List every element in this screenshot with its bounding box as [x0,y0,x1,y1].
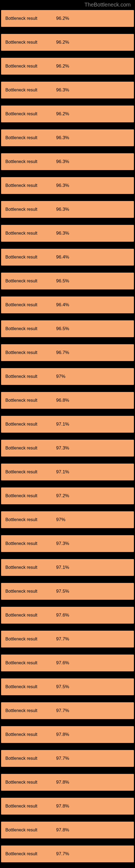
result-value: 97.2% [54,493,69,499]
result-row[interactable]: Bottleneck result96.3% [1,201,134,218]
result-value: 97.7% [54,756,69,761]
result-label: Bottleneck result [5,446,54,451]
result-label: Bottleneck result [5,279,54,283]
result-value: 96.3% [54,183,69,188]
result-row[interactable]: Bottleneck result96.2% [1,105,134,122]
result-row[interactable]: Bottleneck result96.2% [1,58,134,74]
result-label: Bottleneck result [5,350,54,355]
result-label: Bottleneck result [5,517,54,522]
result-label: Bottleneck result [5,88,54,93]
result-label: Bottleneck result [5,374,54,379]
result-row[interactable]: Bottleneck result97.8% [1,798,134,814]
result-label: Bottleneck result [5,637,54,642]
result-label: Bottleneck result [5,469,54,474]
result-row[interactable]: Bottleneck result97.6% [1,654,134,671]
result-label: Bottleneck result [5,255,54,259]
result-row[interactable]: Bottleneck result97.3% [1,535,134,552]
result-row[interactable]: Bottleneck result97.8% [1,726,134,743]
result-row[interactable]: Bottleneck result96.2% [1,34,134,51]
result-label: Bottleneck result [5,422,54,427]
result-label: Bottleneck result [5,326,54,331]
result-value: 97.3% [54,541,69,546]
result-value: 96.2% [54,40,69,45]
result-label: Bottleneck result [5,40,54,45]
result-label: Bottleneck result [5,613,54,618]
result-row[interactable]: Bottleneck result97.6% [1,607,134,624]
result-label: Bottleneck result [5,589,54,594]
result-value: 97.7% [54,708,69,713]
result-value: 97.7% [54,637,69,642]
result-row[interactable]: Bottleneck result97.7% [1,750,134,767]
result-value: 97.8% [54,827,69,833]
result-label: Bottleneck result [5,159,54,164]
result-label: Bottleneck result [5,112,54,116]
result-value: 96.3% [54,159,69,164]
result-label: Bottleneck result [5,708,54,713]
result-row[interactable]: Bottleneck result96.5% [1,320,134,337]
result-value: 96.2% [54,16,69,21]
result-value: 97.5% [54,684,69,689]
result-value: 97.6% [54,613,69,618]
result-value: 97% [54,517,65,522]
result-value: 97.7% [54,851,69,857]
result-row[interactable]: Bottleneck result96.7% [1,344,134,361]
result-row[interactable]: Bottleneck result97% [1,368,134,385]
result-row[interactable]: Bottleneck result96.3% [1,153,134,170]
result-label: Bottleneck result [5,851,54,856]
result-label: Bottleneck result [5,64,54,69]
result-label: Bottleneck result [5,231,54,236]
result-value: 96.7% [54,350,69,355]
result-value: 96.4% [54,302,69,308]
result-row[interactable]: Bottleneck result96.3% [1,177,134,194]
result-row[interactable]: Bottleneck result96.2% [1,10,134,27]
result-value: 97.1% [54,469,69,475]
result-label: Bottleneck result [5,16,54,21]
result-value: 97.8% [54,732,69,737]
site-name: TheBottleneck.com [85,2,131,8]
result-row[interactable]: Bottleneck result97.5% [1,583,134,600]
result-row[interactable]: Bottleneck result97.1% [1,464,134,480]
result-label: Bottleneck result [5,732,54,737]
result-label: Bottleneck result [5,303,54,307]
result-value: 97.1% [54,422,69,427]
result-value: 96.5% [54,326,69,332]
result-row[interactable]: Bottleneck result97.7% [1,845,134,862]
result-row[interactable]: Bottleneck result96.4% [1,249,134,266]
result-value: 97.6% [54,660,69,665]
result-label: Bottleneck result [5,398,54,403]
result-row[interactable]: Bottleneck result97.2% [1,488,134,504]
result-row[interactable]: Bottleneck result97.1% [1,416,134,433]
result-row[interactable]: Bottleneck result97.8% [1,822,134,838]
result-row[interactable]: Bottleneck result97% [1,511,134,528]
result-label: Bottleneck result [5,780,54,785]
result-row[interactable]: Bottleneck result96.3% [1,82,134,98]
result-value: 96.5% [54,278,69,284]
result-label: Bottleneck result [5,756,54,761]
result-row[interactable]: Bottleneck result97.1% [1,559,134,576]
result-row[interactable]: Bottleneck result96.8% [1,392,134,409]
result-row[interactable]: Bottleneck result96.3% [1,225,134,242]
result-row[interactable]: Bottleneck result96.4% [1,297,134,313]
result-value: 96.8% [54,398,69,403]
result-label: Bottleneck result [5,207,54,212]
result-label: Bottleneck result [5,828,54,833]
result-row[interactable]: Bottleneck result97.7% [1,631,134,648]
results-list: Bottleneck result96.2%Bottleneck result9… [0,10,135,862]
result-label: Bottleneck result [5,183,54,188]
result-row[interactable]: Bottleneck result97.5% [1,678,134,695]
result-label: Bottleneck result [5,804,54,809]
result-value: 97.5% [54,589,69,594]
result-row[interactable]: Bottleneck result97.7% [1,702,134,719]
result-label: Bottleneck result [5,565,54,570]
result-row[interactable]: Bottleneck result97.3% [1,440,134,457]
result-value: 96.2% [54,111,69,117]
result-value: 97.8% [54,803,69,809]
result-value: 96.3% [54,87,69,93]
result-value: 97.3% [54,445,69,451]
result-row[interactable]: Bottleneck result96.5% [1,273,134,289]
result-label: Bottleneck result [5,684,54,689]
result-value: 96.2% [54,63,69,69]
result-row[interactable]: Bottleneck result97.8% [1,774,134,791]
result-label: Bottleneck result [5,541,54,546]
result-row[interactable]: Bottleneck result96.3% [1,129,134,146]
